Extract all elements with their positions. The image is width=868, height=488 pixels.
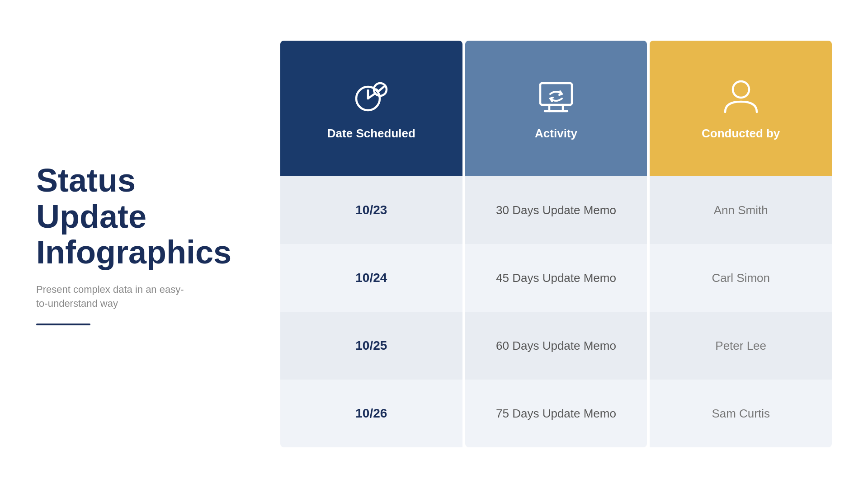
table-body: 10/2330 Days Update MemoAnn Smith10/2445… <box>280 176 832 447</box>
left-panel: Status Update Infographics Present compl… <box>36 163 244 325</box>
activity-cell: 75 Days Update Memo <box>465 380 647 447</box>
main-title: Status Update Infographics <box>36 163 235 270</box>
header-activity: Activity <box>465 41 647 176</box>
activity-cell: 60 Days Update Memo <box>465 312 647 380</box>
title-line2: Update <box>36 198 146 235</box>
header-conducted-label: Conducted by <box>702 127 780 141</box>
conducted-cell: Ann Smith <box>650 176 832 244</box>
svg-line-5 <box>378 87 384 91</box>
date-cell: 10/23 <box>280 176 462 244</box>
date-cell: 10/26 <box>280 380 462 447</box>
person-icon <box>721 77 761 117</box>
subtitle-text: Present complex data in an easy-to-under… <box>36 283 190 311</box>
table-row: 10/2675 Days Update MemoSam Curtis <box>280 380 832 447</box>
table-row: 10/2560 Days Update MemoPeter Lee <box>280 312 832 380</box>
header-activity-label: Activity <box>535 127 577 141</box>
table-header: Date Scheduled <box>280 41 832 176</box>
table-container: Date Scheduled <box>280 41 832 447</box>
calendar-check-icon <box>351 77 392 117</box>
activity-cell: 45 Days Update Memo <box>465 244 647 312</box>
activity-cell: 30 Days Update Memo <box>465 176 647 244</box>
title-line1: Status <box>36 162 136 198</box>
svg-point-10 <box>733 81 749 98</box>
title-line3: Infographics <box>36 234 231 270</box>
page-container: Status Update Infographics Present compl… <box>0 0 868 488</box>
table-row: 10/2445 Days Update MemoCarl Simon <box>280 244 832 312</box>
conducted-cell: Carl Simon <box>650 244 832 312</box>
monitor-refresh-icon <box>536 77 576 117</box>
table-row: 10/2330 Days Update MemoAnn Smith <box>280 176 832 244</box>
header-conducted-by: Conducted by <box>650 41 832 176</box>
date-cell: 10/24 <box>280 244 462 312</box>
conducted-cell: Sam Curtis <box>650 380 832 447</box>
date-cell: 10/25 <box>280 312 462 380</box>
divider <box>36 324 90 325</box>
conducted-cell: Peter Lee <box>650 312 832 380</box>
header-date-label: Date Scheduled <box>327 127 415 141</box>
header-date-scheduled: Date Scheduled <box>280 41 462 176</box>
